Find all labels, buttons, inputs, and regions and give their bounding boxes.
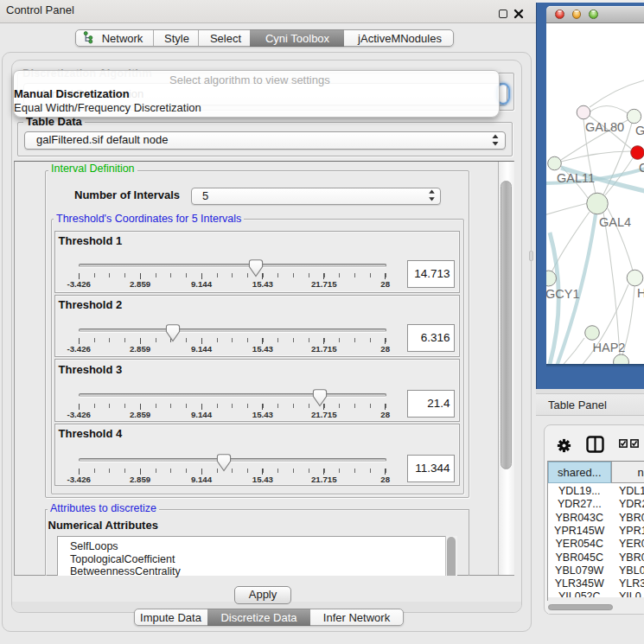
svg-text:C: C	[639, 161, 644, 175]
svg-text:GAL11: GAL11	[557, 171, 595, 185]
svg-text:GAL4: GAL4	[599, 215, 631, 229]
svg-text:GAL80: GAL80	[585, 120, 624, 134]
svg-text:HAP2: HAP2	[592, 341, 625, 354]
svg-text:H: H	[637, 286, 644, 300]
svg-text:GA: GA	[635, 124, 644, 137]
svg-text:GCY1: GCY1	[546, 287, 580, 301]
